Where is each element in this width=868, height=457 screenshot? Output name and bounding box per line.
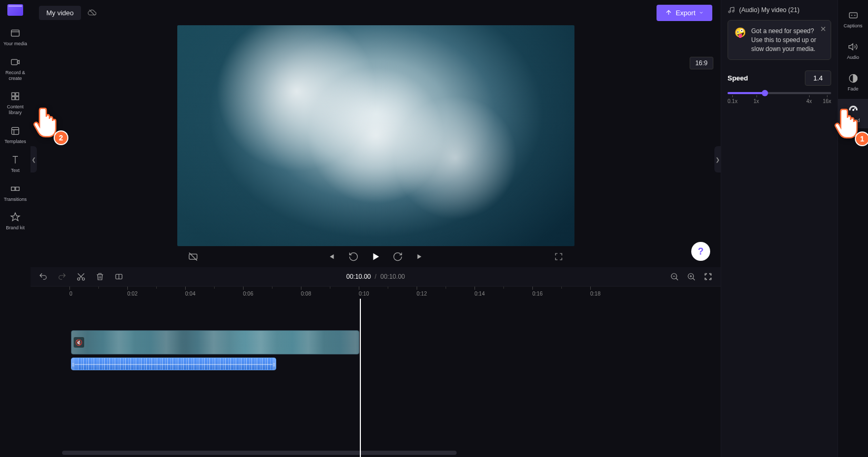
audio-waveform bbox=[75, 358, 272, 370]
brand-icon bbox=[9, 211, 21, 223]
audio-handle-right[interactable]: || bbox=[272, 358, 276, 370]
svg-rect-7 bbox=[12, 187, 15, 190]
app-logo[interactable] bbox=[7, 4, 23, 16]
video-clip[interactable]: 🔇 bbox=[71, 330, 359, 354]
svg-point-13 bbox=[82, 278, 85, 280]
playhead[interactable] bbox=[360, 299, 361, 457]
sidebar-text[interactable]: Text bbox=[0, 150, 31, 178]
sidebar-brand-kit[interactable]: Brand kit bbox=[0, 207, 31, 235]
redo-button[interactable] bbox=[56, 270, 68, 283]
right-panel: (Audio) My video (21) 🤪 Got a need for s… bbox=[721, 0, 837, 457]
record-icon bbox=[9, 56, 21, 68]
sidebar-your-media[interactable]: Your media bbox=[0, 23, 31, 51]
fade-icon bbox=[847, 73, 859, 84]
svg-point-12 bbox=[77, 278, 80, 280]
right-sidebar-speed[interactable]: Speed 1 bbox=[838, 99, 868, 128]
audio-icon bbox=[847, 41, 859, 53]
upload-icon bbox=[665, 9, 672, 16]
panel-toggle-left[interactable]: ❮ bbox=[31, 146, 37, 172]
captions-icon bbox=[847, 9, 859, 21]
svg-rect-6 bbox=[12, 127, 18, 134]
svg-rect-0 bbox=[12, 30, 19, 36]
timeline-scrollbar[interactable] bbox=[62, 451, 457, 455]
right-sidebar-fade[interactable]: Fade bbox=[838, 67, 868, 97]
skip-back-icon[interactable] bbox=[325, 250, 338, 263]
library-icon bbox=[9, 90, 21, 102]
audio-clip[interactable]: || || bbox=[71, 358, 276, 370]
tip-close-button[interactable]: ✕ bbox=[820, 25, 826, 33]
timeline-tracks[interactable]: 🔇 || || bbox=[31, 299, 721, 457]
skip-forward-icon[interactable] bbox=[413, 250, 426, 263]
cut-button[interactable] bbox=[75, 270, 87, 283]
panel-toggle-right[interactable]: ❯ bbox=[714, 146, 721, 172]
svg-point-19 bbox=[852, 109, 854, 111]
project-title[interactable]: My video bbox=[39, 6, 81, 20]
speed-slider[interactable] bbox=[728, 92, 831, 94]
svg-rect-1 bbox=[12, 59, 18, 65]
text-icon bbox=[9, 154, 21, 166]
speed-slider-thumb[interactable] bbox=[762, 90, 768, 96]
sidebar-transitions[interactable]: Transitions bbox=[0, 179, 31, 207]
svg-rect-5 bbox=[16, 97, 19, 100]
speed-slider-fill bbox=[728, 92, 765, 94]
rewind-icon[interactable] bbox=[347, 250, 360, 263]
playback-bar bbox=[177, 246, 574, 267]
media-icon bbox=[9, 27, 21, 39]
sidebar-content-library[interactable]: Content library bbox=[0, 86, 31, 120]
zoom-out-button[interactable] bbox=[668, 270, 681, 283]
time-total: 00:10.00 bbox=[380, 273, 405, 280]
aspect-ratio-badge[interactable]: 16:9 bbox=[690, 57, 713, 69]
fullscreen-icon[interactable] bbox=[552, 250, 565, 263]
right-sidebar-captions[interactable]: Captions bbox=[838, 4, 868, 34]
right-sidebar-audio[interactable]: Audio bbox=[838, 36, 868, 65]
chevron-down-icon bbox=[699, 10, 704, 15]
help-button[interactable]: ? bbox=[691, 242, 710, 261]
speed-ticks: 0.1x 1x 4x 16x bbox=[728, 98, 831, 104]
fit-button[interactable] bbox=[702, 270, 714, 283]
tip-emoji: 🤪 bbox=[734, 27, 746, 53]
captions-toggle-icon[interactable] bbox=[187, 250, 199, 263]
svg-rect-17 bbox=[849, 13, 857, 18]
split-button[interactable] bbox=[113, 270, 125, 283]
timeline-toolbar: 00:10.00 / 00:10.00 bbox=[31, 267, 721, 286]
audio-info-bar: (Audio) My video (21) bbox=[728, 6, 831, 14]
top-bar: My video Export bbox=[31, 0, 721, 25]
export-button[interactable]: Export bbox=[657, 5, 712, 21]
sidebar-templates[interactable]: Templates bbox=[0, 121, 31, 149]
svg-rect-3 bbox=[16, 93, 19, 96]
undo-button[interactable] bbox=[37, 270, 49, 283]
templates-icon bbox=[9, 125, 21, 137]
delete-button[interactable] bbox=[94, 270, 106, 283]
transitions-icon bbox=[9, 183, 21, 195]
preview-canvas[interactable] bbox=[177, 25, 574, 246]
speed-label: Speed bbox=[728, 74, 748, 82]
tip-text: Got a need for speed? Use this to speed … bbox=[751, 27, 824, 53]
time-current: 00:10.00 bbox=[346, 273, 371, 280]
preview-container: ❮ ❯ 16:9 ? bbox=[31, 25, 721, 267]
right-sidebar: Captions Audio Fade Speed 1 bbox=[837, 0, 868, 457]
play-button[interactable] bbox=[369, 250, 382, 263]
speed-tip-box: 🤪 Got a need for speed? Use this to spee… bbox=[728, 20, 831, 60]
speed-icon bbox=[847, 104, 859, 116]
speed-section: Speed 0.1x 1x 4x 16x bbox=[728, 70, 831, 104]
cloud-sync-icon[interactable] bbox=[87, 8, 97, 17]
svg-rect-2 bbox=[12, 93, 15, 96]
svg-rect-4 bbox=[12, 97, 15, 100]
left-sidebar: Your media Record & create Content libra… bbox=[0, 0, 31, 457]
sidebar-record[interactable]: Record & create bbox=[0, 52, 31, 86]
zoom-in-button[interactable] bbox=[685, 270, 698, 283]
forward-icon[interactable] bbox=[391, 250, 404, 263]
svg-rect-8 bbox=[16, 187, 19, 190]
timeline-ruler[interactable]: 0 0:02 0:04 0:06 0:08 0:10 0:12 0:14 0:1… bbox=[31, 286, 721, 299]
clip-mute-icon[interactable]: 🔇 bbox=[74, 337, 84, 348]
time-display: 00:10.00 / 00:10.00 bbox=[346, 273, 405, 280]
speed-value-input[interactable] bbox=[805, 70, 831, 86]
music-note-icon bbox=[728, 6, 735, 14]
